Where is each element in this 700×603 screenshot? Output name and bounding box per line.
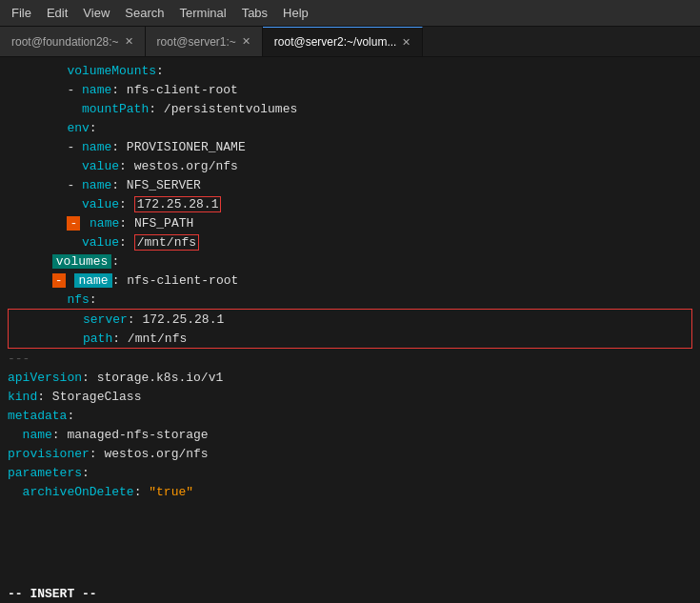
- name-block: name: [74, 273, 111, 288]
- dash-block-orange: -: [67, 216, 80, 231]
- menu-edit[interactable]: Edit: [39, 4, 75, 22]
- menu-view[interactable]: View: [75, 4, 117, 22]
- line-provisioner-name: - name: PROVISIONER_NAME: [0, 137, 700, 156]
- tab-label-1: root@foundation28:~: [11, 35, 119, 49]
- line-archiveondelete: archiveOnDelete: "true": [0, 482, 700, 501]
- tab-server1[interactable]: root@server1:~ ✕: [146, 27, 263, 56]
- tab-close-1[interactable]: ✕: [125, 35, 133, 48]
- line-nfs-path: path: /mnt/nfs: [9, 329, 691, 348]
- tab-server2[interactable]: root@server2:~/volum... ✕: [263, 27, 424, 56]
- tab-close-2[interactable]: ✕: [242, 35, 250, 48]
- menu-terminal[interactable]: Terminal: [172, 4, 234, 22]
- line-volumemounts: volumeMounts:: [0, 61, 700, 80]
- line-parameters: parameters:: [0, 463, 700, 482]
- line-name-nfs-client: - name: nfs-client-root: [0, 80, 700, 99]
- value-box-nfs-path: /mnt/nfs: [134, 234, 199, 251]
- line-nfs-server-name: - name: NFS_SERVER: [0, 175, 700, 194]
- line-value-nfs-server-ip: value: 172.25.28.1: [0, 194, 700, 213]
- dash-block-orange2: -: [52, 273, 66, 288]
- line-kind: kind: StorageClass: [0, 387, 700, 406]
- menu-file[interactable]: File: [4, 4, 39, 22]
- line-provisioner: provisioner: westos.org/nfs: [0, 444, 700, 463]
- terminal-area: volumeMounts: - name: nfs-client-root mo…: [0, 57, 700, 603]
- menu-search[interactable]: Search: [117, 4, 171, 22]
- line-separator: ---: [0, 349, 700, 368]
- line-metadata-name: name: managed-nfs-storage: [0, 425, 700, 444]
- menu-bar: File Edit View Search Terminal Tabs Help: [0, 0, 700, 27]
- line-volumes-name: - name: nfs-client-root: [0, 271, 700, 290]
- tab-bar: root@foundation28:~ ✕ root@server1:~ ✕ r…: [0, 27, 700, 57]
- nfs-server-path-box: server: 172.25.28.1 path: /mnt/nfs: [8, 309, 692, 349]
- line-mountpath: mountPath: /persistentvolumes: [0, 99, 700, 118]
- line-value-westos: value: westos.org/nfs: [0, 156, 700, 175]
- tab-close-3[interactable]: ✕: [402, 36, 410, 49]
- tab-label-3: root@server2:~/volum...: [274, 35, 397, 49]
- line-metadata: metadata:: [0, 406, 700, 425]
- value-box-server-ip: 172.25.28.1: [134, 196, 222, 212]
- line-apiversion: apiVersion: storage.k8s.io/v1: [0, 368, 700, 387]
- insert-mode-label: -- INSERT --: [8, 587, 97, 601]
- volumes-block: volumes: [52, 254, 112, 269]
- line-value-nfs-path: value: /mnt/nfs: [0, 232, 700, 251]
- line-nfs-path-name: - name: NFS_PATH: [0, 213, 700, 232]
- menu-help[interactable]: Help: [275, 4, 316, 22]
- menu-tabs[interactable]: Tabs: [234, 4, 275, 22]
- line-env: env:: [0, 118, 700, 137]
- tab-label-2: root@server1:~: [157, 35, 236, 49]
- line-insert-mode: -- INSERT --: [0, 584, 700, 603]
- line-volumes: volumes:: [0, 251, 700, 271]
- line-nfs: nfs:: [0, 290, 700, 309]
- tab-foundation28[interactable]: root@foundation28:~ ✕: [0, 27, 146, 56]
- line-nfs-server: server: 172.25.28.1: [9, 310, 691, 329]
